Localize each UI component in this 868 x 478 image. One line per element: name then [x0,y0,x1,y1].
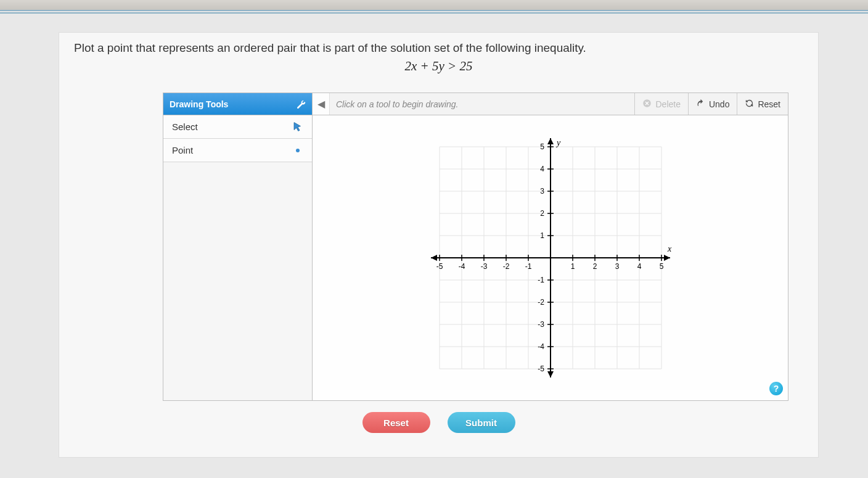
wrench-icon [296,99,306,109]
svg-marker-26 [664,255,670,261]
point-icon [292,145,303,156]
svg-text:-5: -5 [538,365,544,373]
svg-text:-1: -1 [525,262,531,271]
help-button[interactable]: ? [769,382,783,395]
svg-text:1: 1 [570,262,575,271]
svg-text:x: x [667,244,672,253]
svg-text:2: 2 [592,262,597,271]
svg-text:5: 5 [659,262,663,271]
tools-header[interactable]: Drawing Tools [163,93,313,115]
reset-button[interactable]: Reset [737,93,788,115]
svg-text:4: 4 [540,165,544,173]
reset-label: Reset [758,99,780,109]
window-top-bar [0,0,868,11]
svg-text:-4: -4 [538,342,544,351]
tool-list: Select Point [163,115,313,400]
svg-text:1: 1 [540,231,544,240]
svg-text:-3: -3 [538,320,544,329]
svg-text:4: 4 [637,262,641,271]
svg-point-1 [296,149,300,152]
footer-submit-button[interactable]: Submit [448,412,515,433]
svg-text:-3: -3 [480,262,487,271]
reset-icon [745,99,754,110]
toolbar-hint: Click on a tool to begin drawing. [330,93,634,115]
undo-button[interactable]: Undo [688,93,737,115]
footer-reset-button[interactable]: Reset [362,412,430,433]
undo-label: Undo [709,99,729,109]
delete-label: Delete [655,99,680,109]
divider [0,12,868,14]
delete-button[interactable]: Delete [634,93,687,115]
svg-marker-27 [431,255,437,261]
drawing-widget: Drawing Tools ◀ Click on a tool to begin… [163,93,788,401]
cursor-icon [292,122,303,133]
inequality-equation: 2x + 5y > 25 [59,59,818,83]
widget-body: Select Point -5-4-3-2-112345-5-4-3-2-112… [163,115,788,400]
tool-point[interactable]: Point [163,139,312,162]
question-prompt: Plot a point that represents an ordered … [59,33,818,59]
question-card: Plot a point that represents an ordered … [59,32,819,458]
footer-buttons: Reset Submit [59,412,818,433]
delete-icon [642,99,652,110]
svg-marker-29 [547,371,554,377]
widget-toolbar: Drawing Tools ◀ Click on a tool to begin… [163,93,788,115]
svg-marker-28 [547,138,554,144]
tools-header-label: Drawing Tools [170,99,228,109]
svg-text:y: y [555,138,561,147]
svg-text:5: 5 [540,142,544,151]
svg-text:3: 3 [615,262,619,271]
svg-text:-1: -1 [538,276,544,284]
tool-select[interactable]: Select [163,115,312,139]
collapse-panel-icon[interactable]: ◀ [313,93,330,115]
undo-icon [696,99,705,110]
svg-text:-4: -4 [458,262,465,271]
tool-point-label: Point [172,145,193,155]
coordinate-plane[interactable]: -5-4-3-2-112345-5-4-3-2-112345xy [418,125,683,390]
tool-select-label: Select [172,122,198,132]
svg-text:3: 3 [540,187,544,196]
graph-canvas[interactable]: -5-4-3-2-112345-5-4-3-2-112345xy ? [313,115,788,400]
svg-text:-5: -5 [436,262,443,271]
svg-text:-2: -2 [502,262,509,271]
svg-text:2: 2 [540,209,544,218]
svg-text:-2: -2 [538,298,544,307]
